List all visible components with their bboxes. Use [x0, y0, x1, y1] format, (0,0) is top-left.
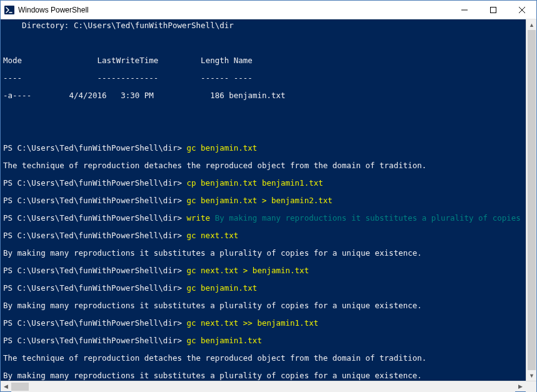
col-length: Length — [201, 56, 229, 65]
cmd-line: PS C:\Users\Ted\funWithPowerShell\dir> g… — [3, 196, 526, 205]
command: gc benjamin.txt > benjamin2.txt — [187, 196, 333, 205]
horizontal-scroll-thumb[interactable] — [11, 383, 29, 391]
row-time: 3:30 PM — [121, 91, 154, 100]
column-headers: Mode LastWriteTime Length Name — [3, 56, 526, 65]
dash-lastwrite: ------------- — [98, 73, 159, 83]
scroll-left-button[interactable]: ◀ — [1, 381, 11, 392]
vertical-scrollbar[interactable]: ▲ ▼ — [526, 19, 536, 381]
scroll-right-button[interactable]: ▶ — [515, 381, 526, 392]
command: gc benjamin.txt — [187, 143, 258, 153]
cmd-line: PS C:\Users\Ted\funWithPowerShell\dir> g… — [3, 266, 526, 275]
row-name: benjamin.txt — [229, 91, 285, 100]
highlighted-text: By making many reproductions it substitu… — [215, 213, 526, 223]
output-line: By making many reproductions it substitu… — [3, 249, 526, 258]
cmd-line: PS C:\Users\Ted\funWithPowerShell\dir> g… — [3, 144, 526, 153]
output-line: The technique of reproduction detaches t… — [3, 161, 526, 170]
scroll-up-button[interactable]: ▲ — [526, 19, 537, 30]
prompt: PS C:\Users\Ted\funWithPowerShell\dir> — [3, 196, 187, 205]
vertical-scroll-track[interactable] — [526, 30, 536, 370]
svg-rect-3 — [491, 7, 496, 13]
command: gc benjamin1.txt — [187, 336, 262, 345]
prompt: PS C:\Users\Ted\funWithPowerShell\dir> — [3, 318, 187, 328]
row-length: 186 — [210, 91, 224, 100]
dash-length: ------ — [201, 73, 229, 83]
scrollbar-corner — [526, 381, 536, 392]
scroll-down-button[interactable]: ▼ — [526, 370, 537, 381]
powershell-icon — [4, 5, 14, 15]
command: gc next.txt — [187, 231, 239, 240]
row-date: 4/4/2016 — [69, 91, 106, 100]
cmd-line: PS C:\Users\Ted\funWithPowerShell\dir> g… — [3, 284, 526, 293]
column-dashes: ---- ------------- ------ ---- — [3, 74, 526, 83]
output-line: By making many reproductions it substitu… — [3, 371, 526, 380]
minimize-button[interactable] — [450, 1, 479, 19]
horizontal-scroll-track[interactable] — [11, 381, 515, 392]
command: gc next.txt >> benjamin1.txt — [187, 318, 319, 328]
maximize-button[interactable] — [479, 1, 508, 19]
prompt: PS C:\Users\Ted\funWithPowerShell\dir> — [3, 178, 187, 188]
prompt: PS C:\Users\Ted\funWithPowerShell\dir> — [3, 231, 187, 240]
cmd-line: PS C:\Users\Ted\funWithPowerShell\dir> c… — [3, 179, 526, 188]
col-lastwrite: LastWriteTime — [98, 56, 159, 65]
col-name: Name — [234, 56, 253, 65]
powershell-window: Windows PowerShell Directory: C:\Users\T… — [0, 0, 537, 392]
row-mode: -a---- — [3, 91, 31, 100]
prompt: PS C:\Users\Ted\funWithPowerShell\dir> — [3, 213, 187, 223]
terminal[interactable]: Directory: C:\Users\Ted\funWithPowerShel… — [1, 19, 526, 381]
col-mode: Mode — [3, 56, 22, 65]
cmd-line: PS C:\Users\Ted\funWithPowerShell\dir> w… — [3, 214, 526, 223]
prompt: PS C:\Users\Ted\funWithPowerShell\dir> — [3, 266, 187, 275]
terminal-area: Directory: C:\Users\Ted\funWithPowerShel… — [1, 19, 536, 391]
command: gc benjamin.txt — [187, 283, 258, 293]
blank-line — [3, 109, 526, 118]
window-title: Windows PowerShell — [18, 6, 450, 14]
vertical-scroll-thumb[interactable] — [528, 30, 536, 370]
output-line: By making many reproductions it substitu… — [3, 301, 526, 310]
dash-name: ---- — [234, 73, 253, 83]
horizontal-scrollbar[interactable]: ◀ ▶ — [1, 381, 536, 391]
window-controls — [450, 1, 536, 19]
close-button[interactable] — [508, 1, 536, 19]
cmd-line: PS C:\Users\Ted\funWithPowerShell\dir> g… — [3, 231, 526, 240]
svg-rect-0 — [4, 6, 14, 14]
titlebar[interactable]: Windows PowerShell — [1, 1, 536, 19]
cmd-line: PS C:\Users\Ted\funWithPowerShell\dir> g… — [3, 319, 526, 328]
blank-line — [3, 126, 526, 135]
dash-mode: ---- — [3, 73, 22, 83]
directory-header: Directory: C:\Users\Ted\funWithPowerShel… — [3, 21, 526, 30]
prompt: PS C:\Users\Ted\funWithPowerShell\dir> — [3, 283, 187, 293]
command: cp benjamin.txt benjamin1.txt — [187, 178, 323, 188]
cmd-line: PS C:\Users\Ted\funWithPowerShell\dir> g… — [3, 336, 526, 345]
file-row: -a---- 4/4/2016 3:30 PM 186 benjamin.txt — [3, 91, 526, 100]
command: write — [187, 213, 215, 223]
command: gc next.txt > benjamin.txt — [187, 266, 309, 275]
blank-line — [3, 39, 526, 48]
prompt: PS C:\Users\Ted\funWithPowerShell\dir> — [3, 336, 187, 345]
output-line: The technique of reproduction detaches t… — [3, 354, 526, 363]
prompt: PS C:\Users\Ted\funWithPowerShell\dir> — [3, 143, 187, 153]
